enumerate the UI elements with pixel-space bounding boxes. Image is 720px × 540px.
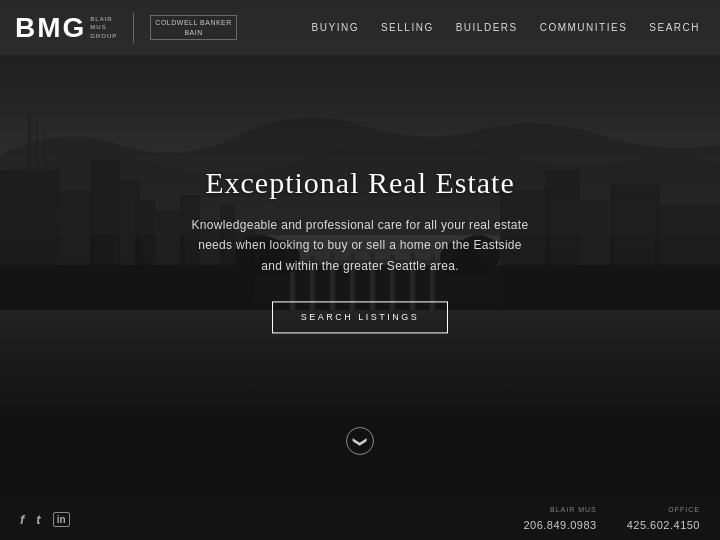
contact-number-blair: 206.849.0983 [523, 519, 596, 531]
hero-title: Exceptional Real Estate [120, 166, 600, 200]
linkedin-icon[interactable]: in [53, 512, 70, 527]
nav-menu: BUYING SELLING BUILDERS COMMUNITIES SEAR… [312, 22, 700, 33]
page-wrapper: BMG BLAIRMUSGROUP COLDWELL BANKERBAIN BU… [0, 0, 720, 540]
logo-area: BMG BLAIRMUSGROUP COLDWELL BANKERBAIN [15, 13, 237, 43]
contact-group-office: OFFICE 425.602.4150 [627, 506, 700, 533]
nav-communities[interactable]: COMMUNITIES [540, 22, 628, 33]
chevron-down-icon: ❯ [353, 436, 367, 448]
header: BMG BLAIRMUSGROUP COLDWELL BANKERBAIN BU… [0, 0, 720, 55]
footer-bar: f t in BLAIR MUS 206.849.0983 OFFICE 425… [0, 498, 720, 540]
hero-content: Exceptional Real Estate Knowledgeable an… [120, 166, 600, 333]
scroll-down-button[interactable]: ❯ [346, 427, 374, 455]
contact-label-blair: BLAIR MUS [523, 506, 596, 513]
social-icons: f t in [20, 512, 70, 527]
nav-buying[interactable]: BUYING [312, 22, 359, 33]
nav-builders[interactable]: BUILDERS [456, 22, 518, 33]
nav-selling[interactable]: SELLING [381, 22, 434, 33]
logo-divider [133, 13, 134, 43]
search-listings-button[interactable]: SEARCH LISTINGS [272, 302, 449, 334]
logo-coldwell: COLDWELL BANKERBAIN [150, 15, 236, 39]
hero-subtitle: Knowledgeable and professional care for … [120, 215, 600, 276]
twitter-icon[interactable]: t [36, 512, 40, 527]
logo-tagline: BLAIRMUSGROUP [90, 15, 117, 40]
footer-contact: BLAIR MUS 206.849.0983 OFFICE 425.602.41… [523, 506, 700, 533]
logo-letters: BMG [15, 14, 86, 42]
contact-label-office: OFFICE [627, 506, 700, 513]
facebook-icon[interactable]: f [20, 512, 24, 527]
contact-number-office: 425.602.4150 [627, 519, 700, 531]
logo-bmg: BMG BLAIRMUSGROUP [15, 14, 117, 42]
contact-group-blair: BLAIR MUS 206.849.0983 [523, 506, 596, 533]
nav-search[interactable]: SEARCH [649, 22, 700, 33]
